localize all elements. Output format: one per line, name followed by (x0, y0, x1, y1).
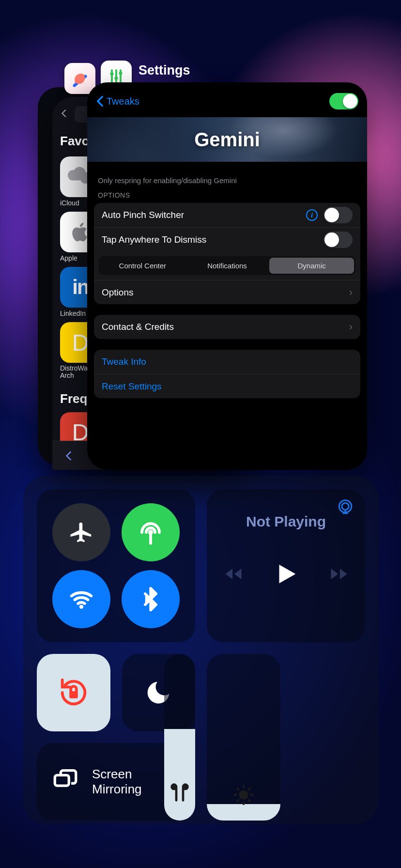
segment-control-center[interactable]: Control Center (100, 258, 185, 274)
auto-pinch-toggle[interactable] (324, 207, 353, 223)
svg-rect-21 (55, 775, 69, 786)
row-label: Reset Settings (102, 381, 162, 392)
row-label: Auto Pinch Switcher (102, 210, 184, 220)
banner-title: Gemini (194, 129, 260, 151)
back-icon[interactable] (63, 450, 76, 462)
tap-dismiss-toggle[interactable] (324, 232, 353, 248)
respring-note: Only respring for enabling/disabling Gem… (87, 162, 367, 191)
bluetooth-button[interactable] (122, 570, 180, 628)
row-reset-settings[interactable]: Reset Settings (94, 374, 360, 398)
switcher-card-front[interactable]: Tweaks Gemini Only respring for enabling… (87, 82, 367, 470)
row-label: Options (102, 287, 133, 298)
svg-point-10 (342, 503, 349, 510)
back-icon[interactable] (59, 108, 70, 121)
back-label: Tweaks (107, 96, 139, 107)
options-group: Auto Pinch Switcher i Tap Anywhere To Di… (94, 203, 360, 304)
row-label: Tap Anywhere To Dismiss (102, 234, 206, 245)
screen-mirroring-icon (51, 766, 79, 797)
segmented-control[interactable]: Control Center Notifications Dynamic (99, 256, 355, 275)
airpods-icon (166, 779, 193, 808)
screen-mirroring-label: Screen Mirroring (92, 767, 170, 797)
wifi-button[interactable] (52, 570, 110, 628)
app-title-settings: Settings (139, 63, 190, 78)
row-contact-credits[interactable]: Contact & Credits › (94, 315, 360, 339)
svg-point-4 (114, 77, 118, 80)
row-tweak-info[interactable]: Tweak Info (94, 350, 360, 374)
segment-notifications[interactable]: Notifications (185, 258, 270, 274)
master-toggle[interactable] (329, 93, 358, 109)
brightness-slider[interactable] (207, 654, 280, 821)
orientation-lock-button[interactable] (37, 654, 110, 731)
svg-line-19 (237, 800, 238, 802)
airplay-icon[interactable] (336, 498, 355, 518)
row-options[interactable]: Options › (94, 280, 360, 304)
svg-point-12 (240, 791, 247, 798)
forward-button[interactable] (328, 563, 350, 587)
volume-slider[interactable] (164, 654, 195, 821)
banner: Gemini (87, 117, 367, 162)
svg-line-20 (248, 789, 250, 790)
options-header: OPTIONS (87, 191, 367, 203)
actions-group: Tweak Info Reset Settings (94, 350, 360, 398)
media-panel[interactable]: Not Playing (207, 489, 365, 642)
connectivity-panel[interactable] (37, 489, 195, 642)
row-label: Tweak Info (102, 356, 146, 367)
cellular-data-button[interactable] (122, 503, 180, 561)
control-center[interactable]: Not Playing (23, 476, 379, 824)
contact-group: Contact & Credits › (94, 315, 360, 339)
svg-point-3 (110, 72, 113, 76)
row-label: Contact & Credits (102, 322, 174, 332)
brightness-icon (232, 784, 255, 808)
play-button[interactable] (272, 560, 300, 590)
chevron-right-icon: › (349, 286, 353, 299)
svg-point-8 (79, 605, 83, 609)
svg-point-5 (119, 71, 122, 75)
segment-dynamic[interactable]: Dynamic (269, 258, 354, 274)
row-auto-pinch: Auto Pinch Switcher i (94, 203, 360, 227)
row-tap-dismiss: Tap Anywhere To Dismiss (94, 227, 360, 251)
media-title: Not Playing (246, 513, 326, 530)
back-button[interactable]: Tweaks (96, 95, 139, 108)
rewind-button[interactable] (223, 563, 244, 587)
chevron-right-icon: › (349, 321, 353, 333)
svg-line-17 (237, 789, 238, 790)
svg-line-18 (248, 800, 250, 802)
airplane-mode-button[interactable] (52, 503, 110, 561)
info-icon[interactable]: i (306, 209, 318, 221)
